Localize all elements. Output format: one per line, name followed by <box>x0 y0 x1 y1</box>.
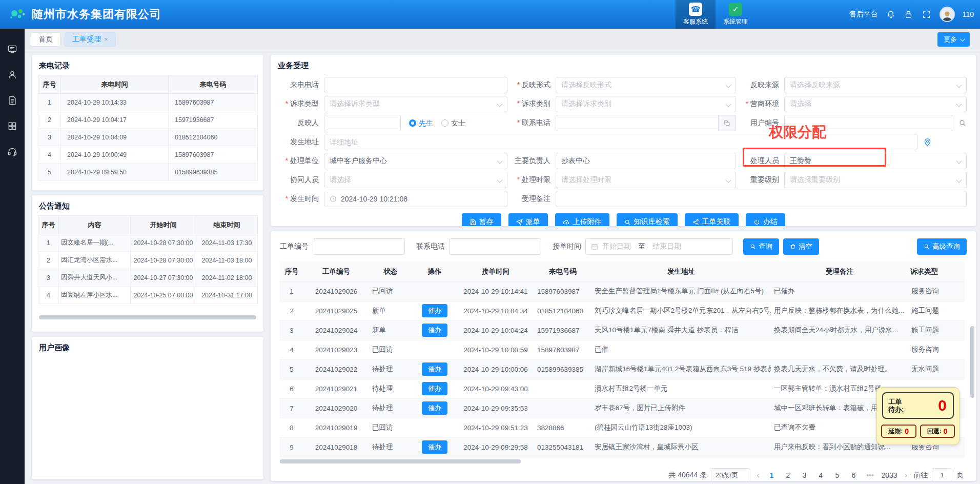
clear-button[interactable]: 清空 <box>783 238 819 255</box>
table-row[interactable]: 8 20241029019 已回访 2024-10-29 09:51:23 38… <box>280 418 965 437</box>
table-row[interactable]: 5 20241029022 待处理 催办 2024-10-29 10:00:06… <box>280 359 965 379</box>
table-row[interactable]: 3 20241029024 新单 催办 2024-10-29 10:04:24 … <box>280 320 965 340</box>
table-row[interactable]: 1 2024-10-29 10:14:33 15897603987 <box>38 94 258 111</box>
page-number[interactable]: 2033 <box>881 471 899 479</box>
contact-phone-input[interactable] <box>556 115 719 131</box>
appeal-category-select[interactable]: 请选择诉求类别 <box>556 96 736 112</box>
advanced-query-button[interactable]: 高级查询 <box>917 238 967 255</box>
more-button[interactable]: 更多 <box>937 32 970 47</box>
next-page-icon[interactable]: › <box>903 471 909 480</box>
calendar-icon <box>591 243 598 250</box>
upload-attachment-button[interactable]: 上传附件 <box>555 213 609 226</box>
page-number[interactable]: 1 <box>766 471 778 479</box>
user-avatar[interactable] <box>940 7 955 22</box>
reflect-form-select[interactable]: 请选择反映形式 <box>556 77 736 93</box>
todo-float-panel[interactable]: 工单 待办: 0 延期:0 回退:0 <box>876 387 959 445</box>
fullscreen-icon[interactable] <box>922 9 932 19</box>
reporter-label: 反映人 <box>280 118 324 128</box>
location-pin-icon[interactable] <box>924 138 931 147</box>
order-link[interactable]: 20241029018 <box>303 437 369 457</box>
table-row[interactable]: 4 因寰纳左岸小区水... 2024-10-25 07:00:00 2024-1… <box>38 287 258 304</box>
table-row[interactable]: 1 因文峰名居一期(... 2024-10-28 07:30:00 2024-1… <box>38 234 258 252</box>
order-link[interactable]: 20241029026 <box>303 281 369 301</box>
urge-button[interactable]: 催办 <box>422 401 447 415</box>
nav-customer-service[interactable]: ☎ 客服系统 <box>676 0 716 29</box>
table-row[interactable]: 2 因汇龙湾小区需水... 2024-10-28 07:30:00 2024-1… <box>38 252 258 269</box>
table-row[interactable]: 6 20241029021 待处理 催办 2024-10-29 09:43:00… <box>280 379 965 398</box>
occur-time-picker[interactable]: 2024-10-29 10:21:08 <box>324 191 507 207</box>
goto-page-input[interactable] <box>932 468 952 481</box>
urge-button[interactable]: 催办 <box>422 382 447 395</box>
reflect-source-select[interactable]: 请选择反映来源 <box>784 77 967 93</box>
handle-limit-select[interactable]: 请选择处理时限 <box>556 172 736 188</box>
search-icon[interactable] <box>958 119 967 127</box>
order-link[interactable]: 20241029025 <box>303 301 369 320</box>
table-row[interactable]: 4 20241029023 已回访 2024-10-29 10:00:59 15… <box>280 340 965 359</box>
lock-icon[interactable] <box>904 9 914 19</box>
order-link[interactable]: 20241029019 <box>303 418 369 437</box>
gender-male-radio[interactable]: 先生 <box>409 118 433 128</box>
page-number[interactable]: 3 <box>799 471 811 479</box>
urge-button[interactable]: 催办 <box>422 440 447 454</box>
workbench-icon[interactable] <box>7 44 17 54</box>
table-row[interactable]: 5 2024-10-29 09:59:50 015899639385 <box>38 164 258 181</box>
order-link[interactable]: 20241029021 <box>303 379 369 398</box>
tab-home[interactable]: 首页 <box>31 32 60 47</box>
query-button[interactable]: 查询 <box>743 238 779 255</box>
reporter-input[interactable] <box>324 115 401 131</box>
page-size-select[interactable]: 20条/页 <box>711 468 750 481</box>
horizontal-scrollbar[interactable] <box>280 459 521 463</box>
after-sale-platform-link[interactable]: 售后平台 <box>849 10 878 19</box>
table-row[interactable]: 4 2024-10-29 10:00:49 15897603987 <box>38 146 258 164</box>
prev-page-icon[interactable]: ‹ <box>754 471 761 480</box>
order-link[interactable]: 20241029023 <box>303 340 369 359</box>
page-number[interactable]: 6 <box>848 471 860 479</box>
table-row[interactable]: 2 2024-10-29 10:04:17 15971936687 <box>38 111 258 129</box>
document-icon[interactable] <box>7 95 17 106</box>
table-row[interactable]: 9 20241029018 待处理 催办 2024-10-29 09:29:58… <box>280 437 965 457</box>
urge-button[interactable]: 催办 <box>422 324 447 337</box>
appeal-type-select[interactable]: 请选择诉求类型 <box>324 96 507 112</box>
order-link[interactable]: 20241029020 <box>303 398 369 418</box>
business-env-select[interactable]: 请选择 <box>784 96 967 112</box>
urge-button[interactable]: 催办 <box>422 304 447 317</box>
page-number[interactable]: 2 <box>782 471 794 479</box>
page-number[interactable]: 5 <box>831 471 844 479</box>
receive-time-range[interactable]: 开始日期 至 结束日期 <box>585 238 733 255</box>
grid-icon[interactable] <box>7 121 17 131</box>
copy-icon[interactable] <box>719 115 736 131</box>
table-row[interactable]: 1 20241029026 已回访 2024-10-29 10:14:41 15… <box>280 281 965 301</box>
order-no-input[interactable] <box>313 238 405 255</box>
pages-ellipsis[interactable]: ••• <box>864 471 876 479</box>
gender-female-radio[interactable]: 女士 <box>441 118 465 128</box>
horizontal-scrollbar[interactable] <box>39 315 256 319</box>
importance-select[interactable]: 请选择重要级别 <box>784 172 967 188</box>
knowledge-search-button[interactable]: 知识库检索 <box>617 213 678 226</box>
order-link-button[interactable]: 工单关联 <box>685 213 739 226</box>
urge-button[interactable]: 催办 <box>422 362 447 376</box>
remark-input[interactable] <box>556 191 967 207</box>
finish-button[interactable]: 办结 <box>746 213 785 226</box>
co-person-select[interactable]: 请选择 <box>324 172 507 188</box>
vertical-scrollbar[interactable] <box>970 326 974 398</box>
order-link[interactable]: 20241029024 <box>303 320 369 340</box>
close-tab-icon[interactable]: × <box>104 35 108 43</box>
phone-input[interactable] <box>449 238 541 255</box>
dispatch-button[interactable]: 派单 <box>508 213 548 226</box>
table-row[interactable]: 2 20241029025 新单 催办 2024-10-29 10:04:34 … <box>280 301 965 320</box>
announcements-title: 公告通知 <box>32 195 263 215</box>
table-row[interactable]: 3 因舜井大道天风小... 2024-10-27 07:30:00 2024-1… <box>38 269 258 287</box>
bell-icon[interactable] <box>886 9 896 19</box>
save-draft-button[interactable]: 暂存 <box>462 213 501 226</box>
headset-icon[interactable] <box>7 147 17 157</box>
table-row[interactable]: 7 20241029020 待处理 催办 2024-10-29 09:35:53… <box>280 398 965 418</box>
table-row[interactable]: 3 2024-10-29 10:04:09 018512104060 <box>38 129 258 146</box>
nav-system-management[interactable]: ✓ 系统管理 <box>716 0 756 29</box>
lead-person-input[interactable]: 抄表中心 <box>556 153 736 169</box>
user-icon[interactable] <box>7 70 17 80</box>
tab-work-order[interactable]: 工单受理 × <box>65 32 116 47</box>
handle-unit-select[interactable]: 城中客户服务中心 <box>324 153 507 169</box>
page-number[interactable]: 4 <box>815 471 827 479</box>
order-link[interactable]: 20241029022 <box>303 359 369 379</box>
call-phone-input[interactable] <box>324 77 507 93</box>
